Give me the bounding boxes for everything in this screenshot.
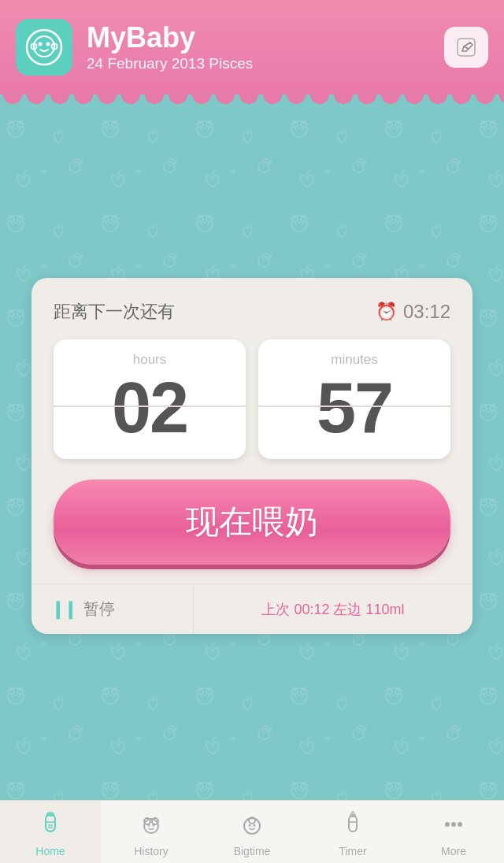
- tab-bigtime-label: Bigtime: [234, 845, 271, 857]
- tab-home-label: Home: [35, 845, 65, 857]
- svg-point-24: [148, 824, 150, 827]
- minutes-unit-label: minutes: [266, 352, 443, 368]
- svg-point-28: [249, 824, 251, 827]
- minutes-flip-card: minutes 57: [258, 339, 450, 459]
- pause-section[interactable]: ❙❙ 暂停: [32, 584, 194, 634]
- svg-point-29: [254, 824, 256, 827]
- history-icon: [138, 811, 165, 842]
- svg-point-3: [46, 43, 50, 46]
- card-header-row: 距离下一次还有 ⏰ 03:12: [54, 300, 450, 324]
- tab-history[interactable]: History: [101, 801, 202, 863]
- svg-point-34: [451, 822, 456, 827]
- timer-card: 距离下一次还有 ⏰ 03:12 hours 02 minutes 57 现在喂奶…: [32, 278, 472, 634]
- svg-point-35: [458, 822, 462, 827]
- tab-timer-label: Timer: [339, 845, 366, 857]
- hours-unit-label: hours: [61, 352, 238, 368]
- header-scallop: [0, 94, 504, 112]
- svg-rect-16: [46, 814, 55, 832]
- tab-more-label: More: [441, 845, 466, 857]
- app-logo: [16, 19, 72, 76]
- card-footer: ❙❙ 暂停 上次 00:12 左边 110ml: [32, 583, 472, 634]
- feed-now-button[interactable]: 现在喂奶: [54, 480, 450, 565]
- tab-bigtime[interactable]: Bigtime: [202, 801, 302, 863]
- edit-button[interactable]: [444, 27, 488, 68]
- alarm-icon: ⏰: [376, 302, 397, 322]
- minutes-value: 57: [266, 372, 443, 443]
- flip-clock-row: hours 02 minutes 57: [54, 339, 450, 459]
- last-feed-info: 上次 00:12 左边 110ml: [261, 600, 404, 619]
- main-content-area: 距离下一次还有 ⏰ 03:12 hours 02 minutes 57 现在喂奶…: [0, 112, 504, 800]
- last-feed-section: 上次 00:12 左边 110ml: [194, 584, 472, 634]
- hours-flip-card: hours 02: [54, 339, 246, 459]
- pause-icon: ❙❙: [50, 599, 76, 620]
- app-header: MyBaby 24 February 2013 Pisces: [0, 0, 504, 94]
- app-title: MyBaby: [87, 22, 444, 54]
- tab-more[interactable]: More: [403, 801, 504, 863]
- more-icon: [440, 811, 467, 842]
- svg-point-25: [153, 824, 155, 827]
- tab-home[interactable]: Home: [0, 801, 101, 863]
- home-icon: [37, 811, 64, 842]
- hours-value: 02: [61, 372, 238, 443]
- timer-label: 距离下一次还有: [54, 300, 175, 324]
- tab-bar: Home History: [0, 800, 504, 863]
- svg-point-21: [144, 819, 158, 833]
- timer-icon: [339, 811, 366, 842]
- pause-label: 暂停: [83, 598, 115, 620]
- header-subtitle: 24 February 2013 Pisces: [87, 55, 444, 72]
- alarm-time-value: 03:12: [403, 301, 450, 323]
- svg-point-2: [39, 43, 43, 46]
- svg-point-26: [244, 818, 260, 834]
- tab-timer[interactable]: Timer: [302, 801, 403, 863]
- bigtime-icon: [239, 811, 265, 842]
- alarm-time-display: ⏰ 03:12: [376, 301, 450, 323]
- svg-rect-30: [349, 816, 357, 832]
- header-text-group: MyBaby 24 February 2013 Pisces: [87, 22, 444, 72]
- svg-point-33: [445, 822, 450, 827]
- tab-history-label: History: [134, 845, 169, 857]
